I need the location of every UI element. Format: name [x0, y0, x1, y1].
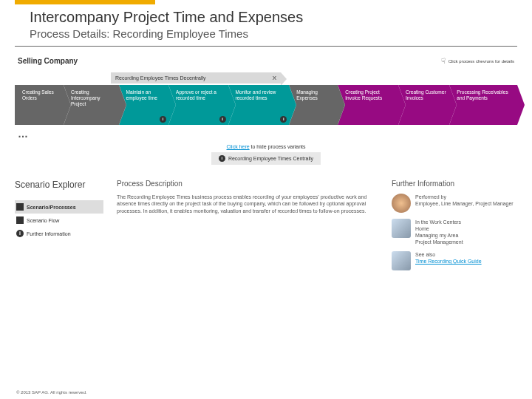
info-icon: i	[160, 116, 166, 123]
further-information: Further Information Performed byEmployee…	[392, 180, 517, 276]
thumbnail-icon	[392, 194, 411, 213]
click-hint: ☟ Click process chevrons for details	[441, 57, 514, 65]
process-chevron[interactable]: Creating Sales Orders	[15, 85, 64, 125]
thumbnail-icon	[392, 251, 411, 270]
process-chevron[interactable]: Creating Customer Invoices	[398, 85, 449, 125]
close-icon[interactable]: X	[273, 75, 276, 81]
hand-icon: ☟	[441, 57, 446, 65]
process-chevron[interactable]: Creating Project Invoice Requests	[338, 85, 398, 125]
info-icon: i	[16, 230, 24, 237]
see-also-link[interactable]: Time Recording Quick Guide	[415, 259, 482, 264]
fi-row: See alsoTime Recording Quick Guide	[392, 251, 517, 270]
info-icon: i	[280, 116, 287, 123]
page-title: Intercompany Project Time and Expenses	[30, 9, 502, 26]
nav-title: Scenario Explorer	[15, 180, 103, 190]
desc-body: The Recording Employee Times business pr…	[117, 194, 378, 214]
nav-item[interactable]: Scenario Flow	[15, 214, 103, 227]
process-chevron[interactable]: Approve or reject a recorded timei	[168, 85, 228, 125]
variants-toggle: Click here to hide process variants i Re…	[0, 144, 532, 165]
process-description: Process Description The Recording Employ…	[117, 180, 378, 276]
info-icon: i	[219, 155, 225, 162]
process-chevron[interactable]: Monitor and review recorded timesi	[228, 85, 290, 125]
process-group-label: Recording Employee Times Decentrally X	[111, 72, 281, 83]
nav-item[interactable]: Scenario/Processes	[15, 200, 103, 214]
process-chevron[interactable]: Processing Receivables and Payments	[449, 85, 517, 125]
desc-title: Process Description	[117, 180, 378, 188]
thumbnail-icon	[392, 219, 411, 238]
info-icon: i	[219, 116, 226, 123]
process-chevron[interactable]: Creating Intercompany Project	[64, 85, 119, 125]
square-icon	[16, 216, 24, 224]
selling-company-label: Selling Company	[18, 57, 78, 65]
copyright: © 2013 SAP AG. All rights reserved.	[16, 390, 87, 395]
scenario-explorer: Scenario Explorer Scenario/ProcessesScen…	[15, 180, 103, 276]
ellipsis: …	[18, 128, 514, 140]
fi-row: Performed byEmployee, Line Manager, Proj…	[392, 194, 517, 213]
nav-item[interactable]: iFurther Information	[15, 227, 103, 240]
chevrons-icon	[16, 203, 24, 211]
process-flow: Recording Employee Times Decentrally X C…	[0, 69, 532, 128]
page-subtitle: Process Details: Recording Employee Time…	[30, 27, 502, 40]
hide-variants-link[interactable]: Click here	[227, 144, 250, 149]
header: Intercompany Project Time and Expenses P…	[15, 4, 517, 47]
process-chevron[interactable]: Maintain an employee timei	[119, 85, 169, 125]
fi-title: Further Information	[392, 180, 517, 188]
chevron-row: Creating Sales OrdersCreating Intercompa…	[15, 85, 517, 125]
fi-row: In the Work CentersHomeManaging my AreaP…	[392, 219, 517, 245]
variant-centrally[interactable]: i Recording Employee Times Centrally	[211, 152, 321, 165]
